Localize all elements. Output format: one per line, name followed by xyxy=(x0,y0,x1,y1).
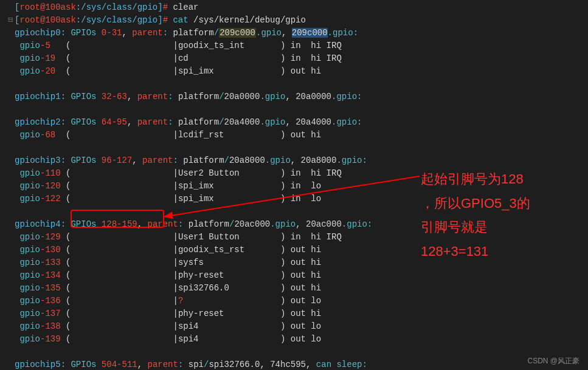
gpiochip-header: gpiochip4: GPIOs 128-159, parent: platfo… xyxy=(6,218,588,231)
gpiochip-header: gpiochip1: GPIOs 32-63, parent: platform… xyxy=(6,91,588,103)
gpio-line: gpio-20 ( |spi_imx ) out hi xyxy=(6,65,588,78)
gpiochip-header: gpiochip0: GPIOs 0-31, parent: platform/… xyxy=(6,27,588,39)
gpio-line: gpio-133 ( |sysfs ) out hi xyxy=(6,256,588,269)
prompt-line-clear: [root@100ask:/sys/class/gpio]# clear xyxy=(6,1,588,14)
gpio-line: gpio-139 ( |spi4 ) out lo xyxy=(6,333,588,346)
blank-line xyxy=(6,103,588,116)
gpio-line: gpio-136 ( |? ) out lo xyxy=(6,295,588,307)
gpio-line: gpio-19 ( |cd ) in hi IRQ xyxy=(6,52,588,65)
gpio-line: gpio-134 ( |phy-reset ) out hi xyxy=(6,269,588,282)
blank-line xyxy=(6,346,588,358)
gpio-line: gpio-120 ( |spi_imx ) in lo xyxy=(6,180,588,193)
blank-line xyxy=(6,78,588,91)
gpio-line: gpio-110 ( |User2 Button ) in hi IRQ xyxy=(6,167,588,180)
gpiochip-header: gpiochip3: GPIOs 96-127, parent: platfor… xyxy=(6,154,588,167)
gpio-line: gpio-130 ( |goodix_ts_rst ) out hi xyxy=(6,244,588,256)
gpiochip5-header: gpiochip5: GPIOs 504-511, parent: spi/sp… xyxy=(6,358,588,370)
blank-line xyxy=(6,142,588,154)
watermark: CSDN @风正豪 xyxy=(527,355,579,366)
gpio-line: gpio-138 ( |spi4 ) out lo xyxy=(6,320,588,333)
gpio-line: gpio-5 ( |goodix_ts_int ) in hi IRQ xyxy=(6,39,588,52)
gpio-line: gpio-135 ( |spi32766.0 ) out hi xyxy=(6,282,588,295)
gpio-line: gpio-137 ( |phy-reset ) out hi xyxy=(6,307,588,320)
blank-line xyxy=(6,205,588,218)
gpio-line: gpio-129 ( |User1 Button ) in hi IRQ xyxy=(6,231,588,244)
terminal-output: [root@100ask:/sys/class/gpio]# clear ⊟[r… xyxy=(0,0,588,370)
gpio-line: gpio-122 ( |spi_imx ) in lo xyxy=(6,193,588,205)
gpio-line: gpio-68 ( |lcdif_rst ) out hi xyxy=(6,129,588,142)
gpiochip-header: gpiochip2: GPIOs 64-95, parent: platform… xyxy=(6,116,588,129)
prompt-line-cat: ⊟[root@100ask:/sys/class/gpio]# cat /sys… xyxy=(6,14,588,27)
